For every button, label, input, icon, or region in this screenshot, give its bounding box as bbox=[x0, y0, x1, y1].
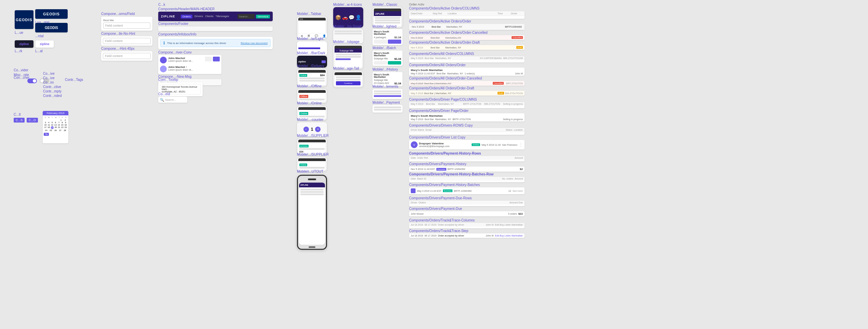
field-hint-card: Field content bbox=[101, 51, 152, 61]
calendar-today-btn[interactable]: To bbox=[44, 133, 49, 136]
search-box[interactable]: Search... bbox=[238, 14, 255, 19]
ao-draft-row: May 5 2019 Best Bar | Manhattan, NY Draf… bbox=[409, 91, 525, 96]
pd-col-1: Driver bbox=[411, 201, 417, 204]
orders-nav[interactable]: Orders bbox=[181, 15, 192, 18]
mobile-classic-screen: ZIPLINE bbox=[374, 9, 401, 26]
driver-status-badge: Online bbox=[472, 143, 480, 146]
msg-text-2: Lorem ipsum dolor sit... bbox=[168, 69, 193, 71]
small-row-1 bbox=[335, 30, 362, 32]
mobile-supplier2-card: Online bbox=[297, 157, 327, 171]
pd-orders: 5 orders bbox=[508, 213, 517, 215]
geodis-logo-horizontal[interactable]: GEODIS bbox=[35, 9, 68, 19]
ao-col-4: NY-CARTERSBARA bbox=[480, 57, 502, 59]
columns-header-row: Date/Order Stop Ref Location Time Driver bbox=[409, 11, 525, 16]
cutout-row-2 bbox=[300, 191, 324, 193]
payment-due-card: John Mosse 5 orders $22 bbox=[409, 211, 525, 216]
counter-minus[interactable]: − bbox=[303, 127, 309, 132]
msg-btn-1[interactable] bbox=[205, 57, 212, 61]
tt-step-action[interactable]: Edit Buy Listen Manhattan bbox=[495, 234, 523, 237]
batch-btn-2[interactable] bbox=[388, 61, 401, 65]
history-title: Macy's South Manhattan bbox=[374, 73, 401, 78]
ao-col-1: May 5 2019 bbox=[411, 57, 423, 59]
msg-text-1: Lorem ipsum dolor sit... bbox=[168, 60, 193, 62]
driver-email: veronica2@ithomepage.com bbox=[419, 145, 470, 147]
mobile-status-bar: 9:41 bbox=[298, 18, 326, 20]
field-input[interactable]: Field content bbox=[103, 23, 150, 29]
minus-icon: − bbox=[305, 128, 307, 131]
msg-content-1: John Machot Lorem ipsum dolor sit... bbox=[168, 57, 193, 62]
subpage-row-3 bbox=[336, 58, 351, 60]
el-row-3 bbox=[374, 95, 401, 97]
drivers-nav[interactable]: Drivers bbox=[194, 15, 203, 18]
phb-rows-content: Date Batch ID No. orders Amount bbox=[409, 177, 525, 181]
clients-nav[interactable]: Clients bbox=[205, 15, 213, 18]
phone-home-bar bbox=[309, 246, 315, 248]
field-hint-input[interactable]: Field content bbox=[103, 53, 151, 59]
tt-col-3: Order accepted by driver bbox=[438, 224, 484, 226]
ao-canc-badge: Cancelled bbox=[493, 82, 504, 85]
macys-actions bbox=[374, 40, 401, 44]
geodis-logo-blue[interactable]: GEODIS bbox=[15, 10, 33, 29]
online-badge: Online bbox=[299, 112, 308, 115]
field-label: Rest title bbox=[103, 19, 150, 22]
icon-4: 👤 bbox=[355, 15, 361, 20]
macys-price: $1.16 bbox=[394, 36, 401, 39]
msg-btn-2[interactable] bbox=[213, 57, 220, 61]
mobile-supplier2-section: Mobile/.../SUPPLIER Online bbox=[297, 153, 329, 171]
cutout-row-1 bbox=[300, 189, 324, 190]
mobile-highlighted-section: Mobile/...lighted Macy's South Manhattan… bbox=[372, 25, 403, 46]
geodis-logo-ntal[interactable]: GEODIS bbox=[35, 23, 68, 32]
dark-menu-icon[interactable] bbox=[322, 60, 326, 63]
ph-ref: BRTF-10394393 bbox=[448, 168, 519, 170]
mobile-elements-section: Mobile/...lements bbox=[372, 85, 403, 99]
dp-order-details: May 5 2019 Best Bar Manhattan, NY BRTF-2… bbox=[411, 118, 523, 120]
phb-see-more[interactable]: See more bbox=[513, 190, 523, 192]
infobox-card: ℹ This is an informative message across … bbox=[158, 37, 273, 49]
calendar-week2: 3456789 bbox=[44, 121, 67, 124]
batch-count: Subpage title bbox=[374, 57, 388, 60]
messages-nav[interactable]: *Messages bbox=[216, 15, 229, 18]
macys-btn-1[interactable] bbox=[374, 40, 387, 44]
active-order-row-header: Nov 5 2019 Best Bar Manhattan, NY BRTF10… bbox=[409, 24, 525, 30]
macys-btn-2[interactable] bbox=[388, 40, 401, 44]
dr-col-3: Status bbox=[506, 129, 513, 131]
zipline-logo-light[interactable]: zipline bbox=[35, 40, 54, 48]
subpage-content bbox=[335, 53, 362, 62]
zipline-logo-dark[interactable]: zipline bbox=[15, 40, 33, 48]
cs-co-badges: C...S C...O bbox=[14, 118, 38, 123]
age-tall-btn[interactable]: Continue bbox=[336, 81, 361, 85]
supplier1-badge: ● Active bbox=[299, 145, 309, 147]
dp-col-5: 666-27OUTON bbox=[484, 103, 500, 105]
ao-detail-4: 1 order(s) bbox=[464, 72, 475, 75]
batch-btn-1[interactable] bbox=[374, 61, 387, 65]
field-no-hint-input[interactable]: Field content bbox=[103, 38, 151, 44]
dp-store-name: Macy's South Manhattan bbox=[411, 114, 523, 117]
pd-driver: John Mosse bbox=[411, 213, 507, 215]
driver-loc: San Francisco bbox=[502, 144, 517, 146]
msg-content-2: John Machot ↑ Lorem ipsum dolor sit... bbox=[168, 66, 193, 71]
driver-date: May 5 2019 11:43 bbox=[482, 144, 501, 146]
mobile-subpage-card: ← Subpage title bbox=[333, 44, 363, 69]
mobile-delivery-section: Mobile/.../Delivery Online $34 bbox=[297, 64, 327, 86]
tt-step-desc: Order accepted by driver bbox=[438, 234, 484, 237]
icon-1: 📦 bbox=[335, 15, 341, 20]
col-stop: Stop Ref bbox=[433, 12, 446, 15]
contr-tags: Contr...Tags bbox=[65, 78, 83, 82]
dp-detail-3: Manhattan, NY bbox=[435, 118, 451, 120]
form-field-section: Compone...orms/Field Rest title Field co… bbox=[101, 12, 154, 61]
phb-col-4: Amount bbox=[515, 177, 523, 180]
counter-plus[interactable]: + bbox=[315, 127, 321, 132]
pd-row-content: John Mosse 5 orders $22 bbox=[409, 211, 525, 216]
tt-cols-content: Jul 18 2019 06 17 2019 Order accepted by… bbox=[409, 223, 525, 227]
field-section: Co...eld 🔍 Search... bbox=[158, 92, 187, 103]
delivery-content: Online $34 bbox=[298, 73, 326, 83]
search-placeholder: Search... bbox=[165, 98, 176, 101]
icon-2: 🚗 bbox=[342, 15, 348, 20]
mobile-cutout-section: Mobile/i...UTOUT ZIPLINE bbox=[297, 170, 327, 250]
subpage-back: ← bbox=[336, 49, 338, 52]
ao-num: John M bbox=[515, 72, 523, 75]
supplier2-badge: Online bbox=[299, 163, 307, 166]
driver-more-icon[interactable]: ⋮ bbox=[519, 142, 523, 147]
mobile-tabbar-card: 9:41 ⊙ ☰ 💬 👤 bbox=[297, 16, 327, 39]
review-link[interactable]: Review row document bbox=[241, 42, 268, 45]
